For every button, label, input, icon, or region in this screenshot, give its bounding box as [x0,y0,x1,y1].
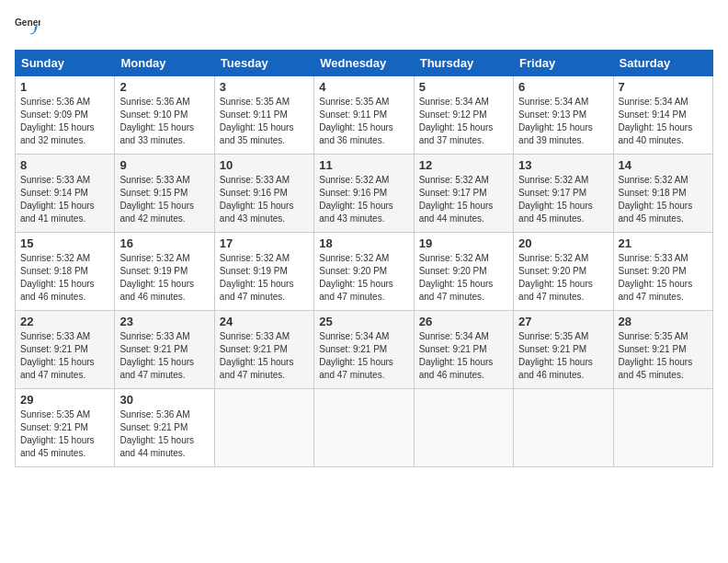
day-info: Sunrise: 5:35 AMSunset: 9:11 PMDaylight:… [319,97,393,145]
day-number: 29 [20,393,109,407]
day-number: 7 [619,80,708,94]
calendar-cell: 29Sunrise: 5:35 AMSunset: 9:21 PMDayligh… [16,389,115,467]
calendar-cell: 24Sunrise: 5:33 AMSunset: 9:21 PMDayligh… [214,311,313,389]
calendar-cell [314,389,414,467]
calendar-cell: 1Sunrise: 5:36 AMSunset: 9:09 PMDaylight… [16,76,115,155]
calendar-cell [514,389,613,467]
day-info: Sunrise: 5:35 AMSunset: 9:21 PMDaylight:… [619,331,693,380]
day-info: Sunrise: 5:34 AMSunset: 9:12 PMDaylight:… [419,97,494,145]
calendar-cell: 16Sunrise: 5:32 AMSunset: 9:19 PMDayligh… [115,233,214,311]
day-number: 11 [319,158,408,172]
day-number: 24 [220,315,309,328]
calendar-cell [613,389,712,467]
day-info: Sunrise: 5:32 AMSunset: 9:17 PMDaylight:… [419,175,494,224]
calendar-cell: 19Sunrise: 5:32 AMSunset: 9:20 PMDayligh… [414,233,513,311]
day-info: Sunrise: 5:36 AMSunset: 9:09 PMDaylight:… [20,97,95,145]
week-row-1: 1Sunrise: 5:36 AMSunset: 9:09 PMDaylight… [16,76,713,155]
header-friday: Friday [514,51,613,76]
day-number: 20 [518,236,608,250]
day-info: Sunrise: 5:36 AMSunset: 9:21 PMDaylight:… [119,409,194,458]
day-number: 12 [419,158,508,172]
day-info: Sunrise: 5:33 AMSunset: 9:16 PMDaylight:… [220,175,294,224]
calendar-cell: 26Sunrise: 5:34 AMSunset: 9:21 PMDayligh… [414,311,513,389]
weekday-header-row: Sunday Monday Tuesday Wednesday Thursday… [16,51,713,76]
header-saturday: Saturday [613,51,712,76]
calendar-cell: 5Sunrise: 5:34 AMSunset: 9:12 PMDaylight… [414,76,513,155]
logo-icon: General [15,15,40,40]
header-sunday: Sunday [16,51,115,76]
day-info: Sunrise: 5:33 AMSunset: 9:15 PMDaylight:… [119,175,194,224]
header-section: General [15,15,713,40]
calendar-cell: 28Sunrise: 5:35 AMSunset: 9:21 PMDayligh… [613,311,712,389]
day-number: 23 [119,315,209,328]
day-info: Sunrise: 5:32 AMSunset: 9:19 PMDaylight:… [119,253,194,302]
day-number: 27 [518,315,608,328]
calendar-cell: 20Sunrise: 5:32 AMSunset: 9:20 PMDayligh… [514,233,613,311]
calendar-cell [414,389,513,467]
day-info: Sunrise: 5:32 AMSunset: 9:19 PMDaylight:… [220,253,294,302]
day-info: Sunrise: 5:32 AMSunset: 9:17 PMDaylight:… [518,175,593,224]
week-row-2: 8Sunrise: 5:33 AMSunset: 9:14 PMDaylight… [16,155,713,233]
day-info: Sunrise: 5:33 AMSunset: 9:21 PMDaylight:… [20,331,95,380]
week-row-5: 29Sunrise: 5:35 AMSunset: 9:21 PMDayligh… [16,389,713,467]
calendar-cell: 18Sunrise: 5:32 AMSunset: 9:20 PMDayligh… [314,233,414,311]
week-row-3: 15Sunrise: 5:32 AMSunset: 9:18 PMDayligh… [16,233,713,311]
logo: General [15,15,44,40]
day-number: 19 [419,236,508,250]
calendar-cell: 4Sunrise: 5:35 AMSunset: 9:11 PMDaylight… [314,76,414,155]
calendar-cell: 13Sunrise: 5:32 AMSunset: 9:17 PMDayligh… [514,155,613,233]
day-info: Sunrise: 5:32 AMSunset: 9:20 PMDaylight:… [518,253,593,302]
day-number: 6 [518,80,608,94]
calendar-cell: 22Sunrise: 5:33 AMSunset: 9:21 PMDayligh… [16,311,115,389]
day-number: 5 [419,80,508,94]
day-number: 9 [119,158,209,172]
calendar-cell: 2Sunrise: 5:36 AMSunset: 9:10 PMDaylight… [115,76,214,155]
day-number: 18 [319,236,408,250]
day-info: Sunrise: 5:35 AMSunset: 9:21 PMDaylight:… [20,409,95,458]
day-info: Sunrise: 5:34 AMSunset: 9:21 PMDaylight:… [319,331,393,380]
day-number: 1 [20,80,109,94]
day-number: 17 [220,236,309,250]
day-number: 26 [419,315,508,328]
day-number: 4 [319,80,408,94]
calendar-cell: 25Sunrise: 5:34 AMSunset: 9:21 PMDayligh… [314,311,414,389]
calendar-cell: 8Sunrise: 5:33 AMSunset: 9:14 PMDaylight… [16,155,115,233]
calendar-cell: 30Sunrise: 5:36 AMSunset: 9:21 PMDayligh… [115,389,214,467]
day-info: Sunrise: 5:32 AMSunset: 9:18 PMDaylight:… [619,175,693,224]
calendar-cell: 12Sunrise: 5:32 AMSunset: 9:17 PMDayligh… [414,155,513,233]
day-info: Sunrise: 5:33 AMSunset: 9:21 PMDaylight:… [220,331,294,380]
day-info: Sunrise: 5:33 AMSunset: 9:14 PMDaylight:… [20,175,95,224]
day-info: Sunrise: 5:32 AMSunset: 9:20 PMDaylight:… [319,253,393,302]
calendar-cell: 15Sunrise: 5:32 AMSunset: 9:18 PMDayligh… [16,233,115,311]
day-number: 10 [220,158,309,172]
day-info: Sunrise: 5:34 AMSunset: 9:21 PMDaylight:… [419,331,494,380]
day-info: Sunrise: 5:34 AMSunset: 9:13 PMDaylight:… [518,97,593,145]
day-info: Sunrise: 5:34 AMSunset: 9:14 PMDaylight:… [619,97,693,145]
header-wednesday: Wednesday [314,51,414,76]
day-number: 22 [20,315,109,328]
calendar-cell: 27Sunrise: 5:35 AMSunset: 9:21 PMDayligh… [514,311,613,389]
header-thursday: Thursday [414,51,513,76]
calendar-table: Sunday Monday Tuesday Wednesday Thursday… [15,50,713,467]
day-number: 16 [119,236,209,250]
day-number: 2 [119,80,209,94]
day-number: 28 [619,315,708,328]
day-info: Sunrise: 5:35 AMSunset: 9:21 PMDaylight:… [518,331,593,380]
calendar-cell [214,389,313,467]
calendar-cell: 3Sunrise: 5:35 AMSunset: 9:11 PMDaylight… [214,76,313,155]
day-number: 8 [20,158,109,172]
day-info: Sunrise: 5:32 AMSunset: 9:18 PMDaylight:… [20,253,95,302]
calendar-cell: 14Sunrise: 5:32 AMSunset: 9:18 PMDayligh… [613,155,712,233]
day-info: Sunrise: 5:35 AMSunset: 9:11 PMDaylight:… [220,97,294,145]
day-info: Sunrise: 5:32 AMSunset: 9:20 PMDaylight:… [419,253,494,302]
calendar-cell: 11Sunrise: 5:32 AMSunset: 9:16 PMDayligh… [314,155,414,233]
calendar-cell: 17Sunrise: 5:32 AMSunset: 9:19 PMDayligh… [214,233,313,311]
day-number: 15 [20,236,109,250]
day-info: Sunrise: 5:33 AMSunset: 9:20 PMDaylight:… [619,253,693,302]
header-monday: Monday [115,51,214,76]
day-number: 3 [220,80,309,94]
calendar-cell: 10Sunrise: 5:33 AMSunset: 9:16 PMDayligh… [214,155,313,233]
day-info: Sunrise: 5:36 AMSunset: 9:10 PMDaylight:… [119,97,194,145]
calendar-cell: 6Sunrise: 5:34 AMSunset: 9:13 PMDaylight… [514,76,613,155]
day-number: 25 [319,315,408,328]
